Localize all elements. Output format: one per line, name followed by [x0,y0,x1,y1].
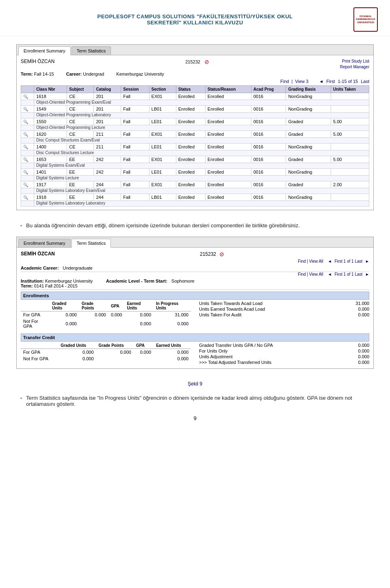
find-viewall-link-2[interactable]: Find | View All [298,272,323,277]
last-top-2[interactable]: ► [365,272,369,277]
magnify-icon-2[interactable]: 🔍 [23,120,28,124]
cell-grading-0: NonGrading [286,93,331,100]
transfer-stat-val-2: 0.000 [345,354,369,359]
cell-section-4: LE01 [149,144,176,150]
table-row: 🔍 1401 EE 242 Fall LE01 Enrolled Enrolle… [21,169,369,176]
enrollments-stats-table: Graded Units Grade Points GPA Earned Uni… [21,301,191,329]
enroll-col-grade-points: Grade Points [79,301,108,311]
table-subrow: Digital Systems Lecture [21,176,369,181]
cell-acad-prog-1: 0016 [251,106,286,113]
cell-class-nbr-0: 1618 [34,93,67,100]
view3-link[interactable]: View 3 [295,79,308,84]
bullet-item-2: - Term Statistics sayfasında ise "In Pro… [16,395,374,407]
description-section-1: - Bu alanda öğrencinin devam ettiği, dön… [16,222,374,229]
cell-grading-1: NonGrading [286,106,331,113]
academic-career-value: Undergraduate [63,266,93,270]
transfer-stat-row-3: >>> Total Adjusted Transferred Units0.00… [199,359,369,365]
tab-enrollment-summary-2[interactable]: Enrollment Summary [18,239,71,247]
inst-left-area: Institution: Kemerburgaz University Term… [21,279,102,288]
inst-right-area: Academic Level - Term Start: Sophomore [106,279,369,283]
transfer-stats-table: Graded Units Grade Points GPA Earned Uni… [21,342,191,362]
cell-class-nbr-7: 1917 [34,181,67,188]
cell-grading-6: NonGrading [286,169,331,176]
magnify-icon-7[interactable]: 🔍 [23,183,28,187]
not-gpa-val-2 [108,318,125,329]
not-gpa-val-0: 0.000 [50,318,79,329]
page-number: 9 [16,415,374,421]
cell-section-2: LE01 [149,118,176,125]
cell-status-0: Enrolled [176,93,205,100]
logo-text: İSTANBULKEMERBURGAZÜNİVERSİTESİ [356,15,375,24]
magnify-icon-8[interactable]: 🔍 [23,195,28,200]
first-label-1[interactable]: First [326,79,335,84]
table-subrow: Disc Comput Structures Exam/Eval [21,138,369,144]
cell-status-reason-6: Enrolled [205,169,251,176]
term-value: Fall 14-15 [34,72,54,76]
cell-status-reason-2: Enrolled [205,118,251,125]
report-manager-link[interactable]: Report Manager [340,65,369,69]
enrollments-right-col: Units Taken Towards Acad Load31.000Units… [199,301,369,332]
cell-status-reason-3: Enrolled [205,131,251,138]
magnify-icon-5[interactable]: 🔍 [23,157,28,162]
pipe-1: | [292,79,293,84]
trans-not-gpa-1 [96,355,134,362]
last-top-1[interactable]: ► [365,259,369,264]
cell-units-3: 5.00 [331,131,369,138]
panel1-print-area: Print Study List Report Manager [340,59,369,70]
panel1-user-row: SEMİH ÖZCAN 215232 ⊘ Print Study List Re… [21,59,369,70]
trans-for-gpa-3: 0.000 [154,349,191,356]
for-gpa-val-1: 0.000 [79,311,108,318]
enroll-stat-row-2: Units Taken For Audit0.000 [199,312,369,318]
magnify-icon-1[interactable]: 🔍 [23,107,28,111]
cell-catalog-5: 242 [94,156,121,163]
magnify-icon-0[interactable]: 🔍 [23,94,28,99]
for-gpa-val-2: 0.000 [108,311,125,318]
magnify-icon-4[interactable]: 🔍 [23,145,28,149]
cell-acad-prog-7: 0016 [251,181,286,188]
tab-enrollment-summary-1[interactable]: Enrollment Summary [18,46,71,55]
cell-subject-1: CE [67,106,94,113]
tab-term-statistics-2[interactable]: Term Statistics [72,239,111,248]
cell-subject-3: CE [67,131,94,138]
trans-col-graded: Graded Units [58,342,96,349]
cell-desc-2: Object-Oriented Programming Lecture [34,125,369,131]
cell-session-2: Fall [121,118,149,125]
for-gpa-label: For GPA [21,311,50,318]
first-link-1[interactable]: ◄ [319,79,323,84]
term-label-2: Term: [21,283,33,288]
table-row: 🔍 1620 CE 211 Fall EX01 Enrolled Enrolle… [21,131,369,138]
university-logo: İSTANBULKEMERBURGAZÜNİVERSİTESİ [353,7,378,32]
last-link-1[interactable]: Last [361,79,369,84]
panel2-screenshot: Enrollment Summary Term Statistics SEMİH… [16,237,374,369]
institution-label: Institution: [21,279,44,283]
cell-status-7: Enrolled [176,181,205,188]
not-for-gpa-label: Not For GPA [21,318,50,329]
cell-acad-prog-8: 0016 [251,194,286,201]
magnify-icon-3[interactable]: 🔍 [23,132,28,137]
print-study-list-link[interactable]: Print Study List [342,59,369,63]
col-acad-prog: Acad Prog [251,86,286,93]
tab-term-statistics-1[interactable]: Term Statistics [72,46,111,55]
cell-desc-0: Object-Oriented Programming Exam/Eval [34,100,369,106]
cell-section-3: EX01 [149,131,176,138]
trans-not-gpa-label: Not For GPA [21,355,58,362]
cell-status-3: Enrolled [176,131,205,138]
enroll-stat-val-0: 31.000 [345,301,369,306]
block-icon-1: ⊘ [204,59,209,65]
transfer-stat-row-0: Graded Transfer Units GPA / No GPA0.000 [199,342,369,348]
col-subject: Subject [67,86,94,93]
table-subrow: Object-Oriented Programming Exam/Eval [21,100,369,106]
institution-value-2: Kemerburgaz University [45,279,93,283]
transfer-two-col: Graded Units Grade Points GPA Earned Uni… [21,342,369,365]
cell-subject-6: EE [67,169,94,176]
cell-grading-2: Graded [286,118,331,125]
panel1-content: SEMİH ÖZCAN 215232 ⊘ Print Study List Re… [17,55,373,210]
pagination-1of1-2: First 1 of 1 Last [334,272,362,277]
find-link-1[interactable]: Find [280,79,289,84]
transfer-stat-val-0: 0.000 [345,343,369,348]
cell-status-8: Enrolled [176,194,205,201]
trans-col-gpa: GPA [134,342,154,349]
career-label: Career: [66,72,82,76]
find-viewall-link-1[interactable]: Find | View All [298,259,323,264]
magnify-icon-6[interactable]: 🔍 [23,170,28,174]
